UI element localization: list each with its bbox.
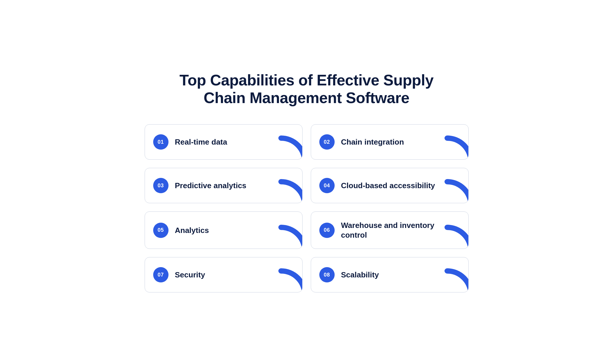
card-number-badge: 03 xyxy=(153,178,168,193)
card-number: 04 xyxy=(324,183,330,189)
card-number: 01 xyxy=(158,139,164,145)
card-number: 06 xyxy=(324,227,330,233)
card-arc-decoration xyxy=(441,265,469,292)
card-arc-decoration xyxy=(441,221,469,249)
capability-card-02: 02 Chain integration xyxy=(311,124,469,160)
capability-card-06: 06 Warehouse and inventory control xyxy=(311,211,469,249)
capability-card-01: 01 Real-time data xyxy=(145,124,303,160)
card-number-badge: 06 xyxy=(319,223,335,238)
card-arc-decoration xyxy=(275,265,303,292)
card-number-badge: 08 xyxy=(319,267,335,282)
card-number-badge: 01 xyxy=(153,134,168,150)
card-number-badge: 05 xyxy=(153,223,168,238)
card-number: 08 xyxy=(324,272,330,278)
capability-card-08: 08 Scalability xyxy=(311,257,469,292)
card-arc-decoration xyxy=(275,221,303,249)
main-container: Top Capabilities of Effective Supply Cha… xyxy=(145,72,469,293)
capability-card-05: 05 Analytics xyxy=(145,211,303,249)
card-number-badge: 02 xyxy=(319,134,335,150)
card-number: 07 xyxy=(158,272,164,278)
capability-card-07: 07 Security xyxy=(145,257,303,292)
card-arc-decoration xyxy=(275,132,303,160)
capability-card-03: 03 Predictive analytics xyxy=(145,168,303,203)
card-arc-decoration xyxy=(275,176,303,203)
card-number-badge: 04 xyxy=(319,178,335,193)
page-title: Top Capabilities of Effective Supply Cha… xyxy=(145,72,469,107)
capabilities-grid: 01 Real-time data 02 Chain integration 0… xyxy=(145,124,469,292)
card-number-badge: 07 xyxy=(153,267,168,282)
card-number: 05 xyxy=(158,227,164,233)
capability-card-04: 04 Cloud-based accessibility xyxy=(311,168,469,203)
card-arc-decoration xyxy=(441,132,469,160)
card-number: 03 xyxy=(158,183,164,189)
card-number: 02 xyxy=(324,139,330,145)
card-arc-decoration xyxy=(441,176,469,203)
